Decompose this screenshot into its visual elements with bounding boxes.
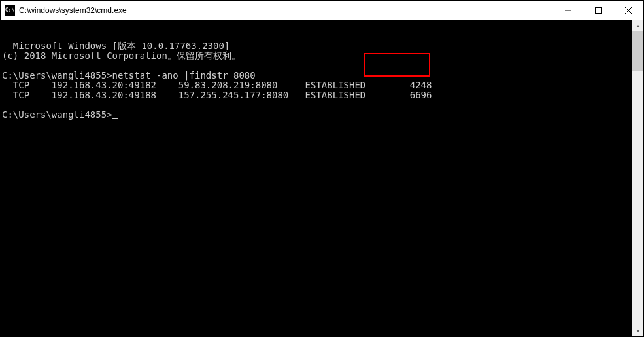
vertical-scrollbar[interactable] — [632, 20, 643, 336]
current-prompt: C:\Users\wangli4855> — [2, 109, 112, 120]
terminal-area: Microsoft Windows [版本 10.0.17763.2300] (… — [1, 20, 643, 336]
terminal[interactable]: Microsoft Windows [版本 10.0.17763.2300] (… — [1, 20, 632, 336]
svg-marker-5 — [636, 330, 640, 332]
scroll-up-button[interactable] — [632, 20, 643, 31]
terminal-output: Microsoft Windows [版本 10.0.17763.2300] (… — [2, 41, 432, 100]
svg-rect-1 — [596, 7, 602, 13]
maximize-button[interactable] — [583, 1, 613, 20]
pid-highlight-box — [364, 53, 430, 77]
window-titlebar[interactable]: C:\ C:\windows\system32\cmd.exe — [1, 1, 643, 20]
cursor — [112, 118, 118, 119]
window-title: C:\windows\system32\cmd.exe — [19, 6, 553, 15]
close-button[interactable] — [613, 1, 643, 20]
svg-marker-4 — [636, 25, 640, 27]
scroll-down-button[interactable] — [632, 325, 643, 336]
cmd-icon: C:\ — [5, 5, 15, 16]
minimize-button[interactable] — [553, 1, 583, 20]
scroll-thumb[interactable] — [632, 31, 643, 71]
window-controls — [553, 1, 643, 20]
